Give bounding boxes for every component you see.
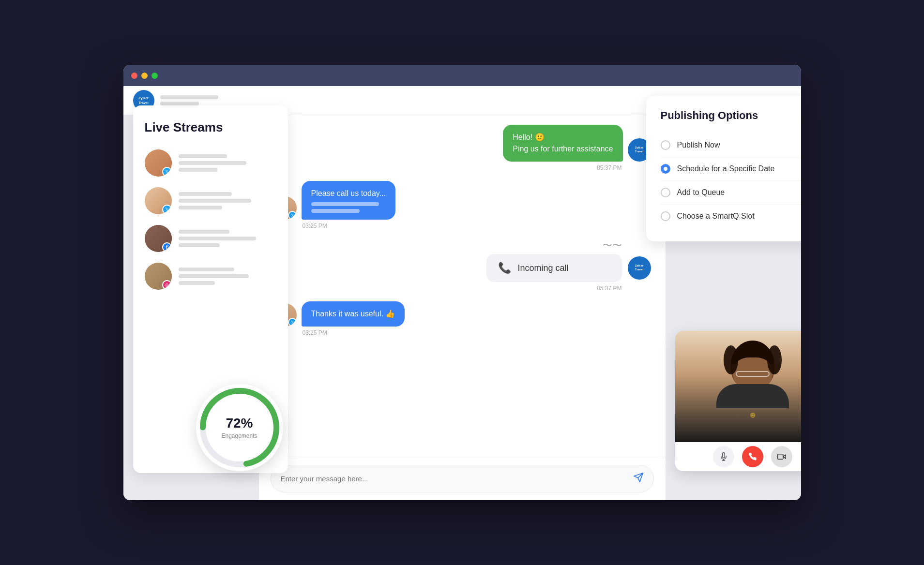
stream-name-line-2	[179, 192, 232, 196]
stream-item-3[interactable]: f	[145, 225, 276, 252]
message-time-1: 05:37 PM	[597, 164, 651, 171]
twitter-badge-msg-2: 𝕏	[288, 211, 297, 220]
publishing-title: Publishing Options	[661, 109, 801, 122]
stream-avatar-2: 𝕏	[145, 187, 172, 214]
stream-avatar-3: f	[145, 225, 172, 252]
instagram-icon-4: ◎	[165, 282, 169, 287]
stream-meta-line-1	[179, 168, 217, 172]
radio-circle-publish-now[interactable]	[661, 140, 670, 150]
video-icon	[777, 452, 786, 461]
stream-desc-line-2	[179, 199, 251, 203]
stream-item-1[interactable]: 𝕏	[145, 149, 276, 177]
stream-avatar-4: ◎	[145, 263, 172, 290]
message-row-2: 𝕏 Please call us today... 03:25 PM	[273, 181, 651, 229]
stream-info-3	[179, 230, 276, 247]
radio-label-smartq: Choose a SmartQ Slot	[677, 212, 755, 221]
radio-option-publish-now[interactable]: Publish Now	[661, 134, 801, 157]
message-bubble-wrapper-1: Hello! 🙂Ping us for further assistance Z…	[503, 125, 651, 162]
live-streams-title: Live Streams	[145, 120, 276, 135]
send-icon-svg	[633, 472, 644, 483]
nav-links	[160, 95, 218, 105]
engagement-text: 72% Engagements	[221, 416, 257, 440]
message-input-area	[259, 457, 666, 500]
browser-titlebar	[123, 65, 801, 86]
nav-line-1	[160, 95, 218, 99]
stream-meta-line-4	[179, 281, 215, 285]
message-input[interactable]	[281, 475, 633, 483]
twitter-badge-2: 𝕏	[162, 205, 172, 214]
stream-info-4	[179, 268, 276, 285]
twitter-icon-msg-2: 𝕏	[291, 213, 294, 218]
video-button[interactable]	[771, 446, 792, 467]
message-bubble-2: Please call us today...	[302, 181, 395, 220]
chat-messages: Hello! 🙂Ping us for further assistance Z…	[259, 115, 666, 461]
message-bubble-wrapper-2: 𝕏 Please call us today...	[273, 181, 651, 220]
engagement-widget: 72% Engagements	[196, 384, 283, 471]
message-text-1: Hello! 🙂Ping us for further assistance	[513, 132, 613, 155]
radio-option-queue[interactable]: Add to Queue	[661, 181, 801, 205]
stream-item-4[interactable]: ◎	[145, 263, 276, 290]
twitter-badge-1: 𝕏	[162, 167, 172, 177]
video-preview: 😊	[675, 331, 801, 442]
message-time-4: 03:25 PM	[273, 329, 651, 336]
person-display: 😊	[675, 331, 801, 442]
radio-option-smartq[interactable]: Choose a SmartQ Slot	[661, 205, 801, 228]
twitter-icon-1: 𝕏	[165, 169, 168, 174]
stream-name-line-1	[179, 154, 227, 158]
radio-label-schedule: Schedule for a Specific Date	[677, 164, 775, 173]
browser-content: ZylkerTravel Live Streams 𝕏	[123, 86, 801, 500]
close-button[interactable]	[131, 73, 137, 79]
person-glasses	[736, 371, 770, 377]
stream-desc-line-3	[179, 237, 256, 240]
message-time-2: 03:25 PM	[273, 223, 651, 229]
svg-rect-7	[777, 454, 783, 460]
stream-info-2	[179, 192, 276, 209]
facebook-icon-3: f	[166, 245, 167, 250]
publishing-panel: Publishing Options Publish Now Schedule …	[646, 96, 801, 241]
stream-item-2[interactable]: 𝕏	[145, 187, 276, 214]
stream-desc-line-4	[179, 274, 249, 278]
stream-avatar-1: 𝕏	[145, 149, 172, 177]
mute-button[interactable]	[713, 446, 734, 467]
message-row-3: 〜〜 📞 Incoming call ZylkerTravel 05:37 PM	[273, 239, 651, 292]
bubble-line-1	[311, 202, 379, 206]
stream-name-line-4	[179, 268, 234, 271]
video-call-panel: 😊	[675, 331, 801, 471]
radio-circle-schedule[interactable]	[661, 164, 670, 174]
radio-label-publish-now: Publish Now	[677, 141, 720, 149]
twitter-icon-2: 𝕏	[165, 207, 168, 212]
input-wrapper[interactable]	[271, 465, 654, 492]
person-head-container	[731, 341, 774, 389]
radio-circle-queue[interactable]	[661, 188, 670, 197]
stream-info-1	[179, 154, 276, 172]
phone-icon: 📞	[498, 262, 511, 274]
incoming-call-wrapper: 📞 Incoming call ZylkerTravel	[486, 254, 651, 282]
message-bubble-1: Hello! 🙂Ping us for further assistance	[503, 125, 622, 162]
message-text-2: Please call us today...	[311, 188, 386, 199]
radio-option-schedule[interactable]: Schedule for a Specific Date	[661, 157, 801, 181]
minimize-button[interactable]	[141, 73, 148, 79]
hangup-button[interactable]	[742, 446, 763, 467]
person-hair-right	[767, 345, 782, 374]
instagram-badge-4: ◎	[162, 280, 172, 290]
person-hair-left	[724, 345, 738, 374]
incoming-call-bubble: 📞 Incoming call	[486, 254, 622, 282]
engagement-label: Engagements	[221, 432, 257, 439]
nav-line-2	[160, 102, 199, 105]
message-time-3: 05:37 PM	[597, 285, 651, 292]
svg-marker-6	[783, 455, 786, 459]
zylker-logo-text-3: ZylkerTravel	[635, 264, 644, 272]
microphone-icon	[719, 452, 728, 461]
send-button[interactable]	[633, 472, 644, 485]
message-row-4: 𝕏 Thanks it was useful. 👍 03:25 PM	[273, 301, 651, 336]
browser-window: ZylkerTravel Live Streams 𝕏	[123, 65, 801, 500]
twitter-icon-msg-4: 𝕏	[291, 320, 294, 325]
person-shoulders	[716, 384, 789, 408]
incoming-call-text: Incoming call	[518, 263, 569, 273]
stream-name-line-3	[179, 230, 229, 234]
zylker-logo-text-1: ZylkerTravel	[635, 146, 644, 154]
radio-circle-smartq[interactable]	[661, 211, 670, 221]
stream-desc-line-1	[179, 161, 246, 165]
maximize-button[interactable]	[151, 73, 158, 79]
smile-emoji: 😊	[750, 413, 756, 418]
